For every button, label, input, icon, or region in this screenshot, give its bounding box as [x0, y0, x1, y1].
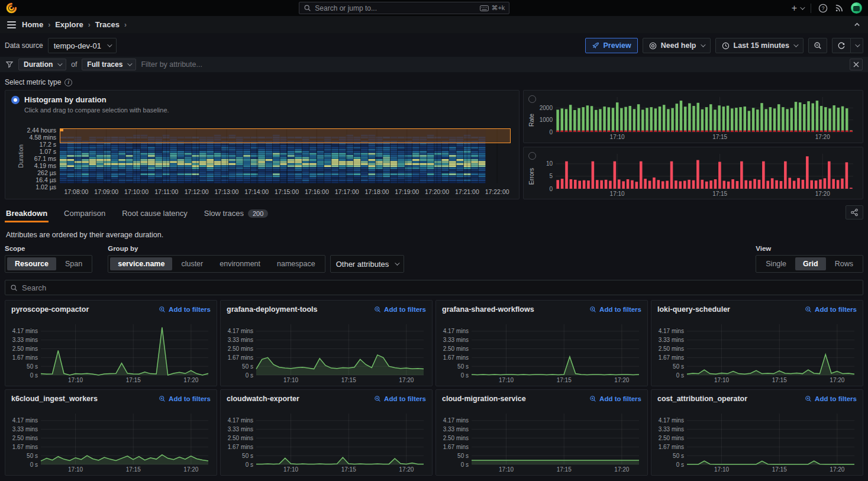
share-button[interactable]: [846, 205, 863, 219]
attribute-filter-input[interactable]: [141, 60, 845, 69]
tab-slow-traces[interactable]: Slow traces 200: [203, 205, 270, 222]
svg-text:1.67 mins: 1.67 mins: [228, 444, 253, 450]
svg-text:2.50 mins: 2.50 mins: [659, 435, 684, 441]
svg-text:17:20: 17:20: [815, 191, 830, 197]
view-rows[interactable]: Rows: [827, 257, 861, 270]
add-to-filters-button[interactable]: Add to filters: [159, 395, 211, 402]
slow-traces-count-badge: 200: [248, 209, 268, 218]
tab-root-cause-latency[interactable]: Root cause latency: [121, 205, 189, 222]
add-to-filters-button[interactable]: Add to filters: [805, 395, 857, 402]
rate-panel: Rate 01000200017:1017:1517:20: [523, 90, 863, 143]
selection-handle[interactable]: [60, 128, 63, 131]
scope-span[interactable]: Span: [57, 257, 90, 270]
time-range-label: Last 15 minutes: [734, 41, 789, 50]
breadcrumb-traces[interactable]: Traces: [95, 20, 120, 29]
time-range-picker[interactable]: Last 15 minutes: [715, 38, 804, 53]
groupby-environment[interactable]: environment: [212, 257, 268, 270]
menu-toggle-icon[interactable]: [7, 21, 16, 28]
datasource-label: Data source: [5, 41, 43, 50]
add-to-filters-button[interactable]: Add to filters: [589, 395, 641, 402]
view-grid[interactable]: Grid: [795, 257, 826, 270]
magnifier-plus-icon: [589, 395, 596, 402]
zoom-out-button[interactable]: [808, 38, 827, 53]
collapse-chevron-up-icon[interactable]: [853, 21, 861, 28]
svg-text:3.33 mins: 3.33 mins: [12, 337, 38, 343]
add-to-filters-button[interactable]: Add to filters: [589, 306, 641, 313]
help-icon[interactable]: ?: [818, 4, 828, 13]
service-duration-chart[interactable]: 0 s50 s1.67 mins2.50 mins3.33 mins4.17 m…: [223, 409, 427, 473]
svg-text:4.17 mins: 4.17 mins: [659, 328, 684, 334]
heatmap-y-tick: 2.44 hours: [27, 127, 56, 134]
refresh-interval-dropdown[interactable]: [851, 38, 863, 53]
svg-text:17:10: 17:10: [499, 466, 514, 473]
groupby-cluster[interactable]: cluster: [173, 257, 211, 270]
new-button[interactable]: +: [792, 3, 804, 14]
duration-heatmap[interactable]: [60, 128, 511, 183]
tab-breakdown[interactable]: Breakdown: [5, 205, 49, 222]
service-duration-chart[interactable]: 0 s50 s1.67 mins2.50 mins3.33 mins4.17 m…: [654, 409, 858, 473]
need-help-label: Need help: [661, 41, 696, 50]
heatmap-x-tick: 17:11:00: [154, 188, 178, 195]
global-search[interactable]: ⌘+k: [299, 2, 509, 14]
rate-chart[interactable]: 01000200017:1017:1517:20: [533, 93, 858, 141]
top-actions: + ?: [792, 2, 862, 14]
svg-text:17:15: 17:15: [772, 466, 787, 473]
svg-text:3.33 mins: 3.33 mins: [659, 426, 684, 432]
select-metric-type-label: Select metric type: [5, 78, 61, 86]
svg-text:50 s: 50 s: [457, 453, 469, 459]
metric-field-select[interactable]: Duration: [18, 59, 66, 70]
service-duration-chart[interactable]: 0 s50 s1.67 mins2.50 mins3.33 mins4.17 m…: [223, 319, 427, 384]
groupby-namespace[interactable]: namespace: [269, 257, 323, 270]
svg-text:50 s: 50 s: [457, 363, 469, 370]
add-to-filters-button[interactable]: Add to filters: [374, 395, 426, 402]
user-avatar[interactable]: [851, 2, 862, 14]
other-attributes-select[interactable]: Other attributes: [330, 255, 405, 273]
errors-chart[interactable]: 051017:1017:1517:20: [533, 150, 858, 198]
breadcrumb-explore[interactable]: Explore: [55, 20, 83, 29]
grafana-logo[interactable]: [6, 2, 17, 14]
refresh-button[interactable]: [832, 38, 851, 53]
service-duration-chart[interactable]: 0 s50 s1.67 mins2.50 mins3.33 mins4.17 m…: [8, 319, 212, 384]
svg-text:0 s: 0 s: [30, 372, 38, 379]
view-single[interactable]: Single: [758, 257, 794, 270]
service-duration-chart[interactable]: 0 s50 s1.67 mins2.50 mins3.33 mins4.17 m…: [438, 319, 643, 384]
add-to-filters-button[interactable]: Add to filters: [374, 306, 426, 313]
svg-text:0: 0: [549, 185, 553, 192]
shortcut-text: ⌘+k: [491, 4, 505, 12]
add-to-filters-label: Add to filters: [169, 395, 211, 402]
chevron-down-icon: [701, 42, 705, 47]
breadcrumb-bar: Home › Explore › Traces ›: [0, 16, 868, 33]
service-duration-chart[interactable]: 0 s50 s1.67 mins2.50 mins3.33 mins4.17 m…: [654, 319, 858, 384]
magnifier-plus-icon: [805, 395, 812, 402]
heatmap-x-tick: 17:15:00: [275, 188, 299, 195]
magnifier-plus-icon: [374, 395, 381, 402]
breakdown-search-input[interactable]: [22, 283, 858, 292]
need-help-button[interactable]: Need help: [643, 38, 711, 53]
breakdown-search[interactable]: [5, 280, 863, 295]
global-search-input[interactable]: [315, 4, 476, 12]
service-card: grafana-deployment-tools Add to filters …: [220, 300, 433, 386]
heatmap-selection-overlay[interactable]: [60, 128, 511, 143]
add-to-filters-button[interactable]: Add to filters: [159, 306, 211, 313]
add-to-filters-button[interactable]: Add to filters: [805, 306, 857, 313]
news-rss-icon[interactable]: [835, 4, 844, 12]
scope-resource[interactable]: Resource: [7, 257, 56, 270]
service-duration-chart[interactable]: 0 s50 s1.67 mins2.50 mins3.33 mins4.17 m…: [8, 409, 212, 473]
tab-comparison[interactable]: Comparison: [63, 205, 107, 222]
view-toggle: Single Grid Rows: [756, 255, 863, 273]
add-to-filters-label: Add to filters: [384, 306, 426, 313]
datasource-select[interactable]: tempo-dev-01: [48, 38, 117, 53]
clear-filter-button[interactable]: [850, 59, 863, 70]
histogram-radio[interactable]: [11, 96, 20, 104]
breadcrumb: Home › Explore › Traces ›: [22, 20, 127, 29]
groupby-toggle: service.name cluster environment namespa…: [108, 255, 325, 273]
search-icon: [10, 284, 18, 292]
trace-type-select[interactable]: Full traces: [82, 59, 136, 70]
svg-text:17:20: 17:20: [399, 377, 414, 383]
preview-button[interactable]: Preview: [585, 38, 638, 53]
groupby-service-name[interactable]: service.name: [110, 257, 172, 270]
svg-text:2.50 mins: 2.50 mins: [12, 435, 38, 441]
breadcrumb-home[interactable]: Home: [22, 20, 43, 29]
info-icon[interactable]: i: [64, 79, 72, 86]
service-duration-chart[interactable]: 0 s50 s1.67 mins2.50 mins3.33 mins4.17 m…: [438, 409, 643, 473]
